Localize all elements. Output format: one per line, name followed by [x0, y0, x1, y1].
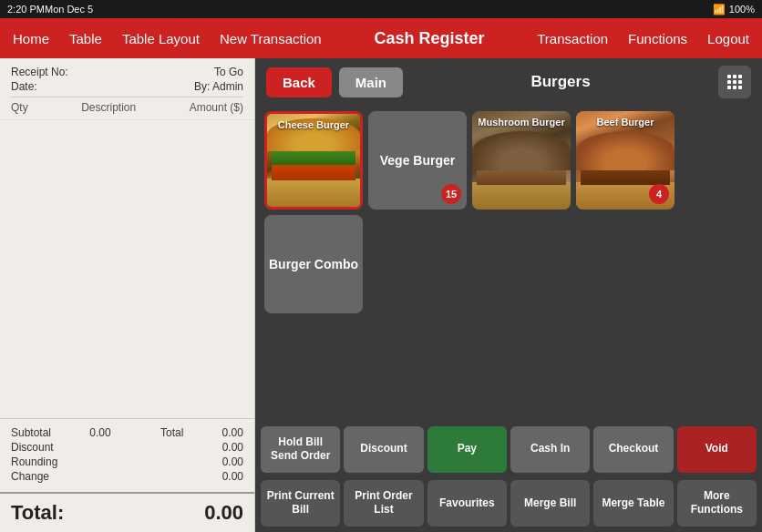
discount-value: 0.00 [222, 441, 243, 454]
qty-col-header: Qty [11, 101, 28, 114]
status-time: 2:20 PM [7, 4, 45, 15]
right-panel: Back Main Burgers [255, 58, 762, 532]
receipt-no-label: Receipt No: [11, 66, 68, 78]
desc-col-header: Description [81, 101, 136, 114]
beef-burger-badge: 4 [649, 184, 669, 204]
svg-rect-1 [733, 75, 736, 78]
amount-col-header: Amount ($) [190, 101, 243, 114]
total-value-side: 0.00 [222, 426, 243, 439]
receipt-panel: Receipt No: To Go Date: By: Admin Qty De… [0, 58, 255, 532]
receipt-header: Receipt No: To Go Date: By: Admin Qty De… [0, 58, 254, 120]
burger-combo-name: Burger Combo [269, 257, 358, 271]
category-title: Burgers [410, 73, 711, 91]
nav-new-transaction[interactable]: New Transaction [218, 27, 324, 50]
svg-rect-8 [738, 86, 742, 89]
nav-right: Transaction Functions Logout [535, 27, 751, 50]
vege-burger-badge: 15 [441, 184, 461, 204]
svg-rect-4 [733, 80, 736, 84]
print-current-bill-button[interactable]: Print Current Bill [261, 480, 340, 527]
nav-bar: Home Table Table Layout New Transaction … [0, 18, 762, 58]
scan-icon-button[interactable] [718, 66, 751, 98]
rounding-value: 0.00 [222, 455, 243, 468]
product-mushroom-burger[interactable]: Mushroom Burger [472, 111, 571, 210]
action-buttons-row: Hold Bill Send Order Discount Pay Cash I… [255, 423, 762, 476]
rounding-label: Rounding [11, 455, 57, 468]
nav-left: Home Table Table Layout New Transaction [11, 27, 324, 50]
nav-table[interactable]: Table [67, 27, 104, 50]
total-label: Total: [11, 501, 64, 525]
to-go-label: To Go [214, 66, 243, 78]
more-functions-button[interactable]: More Functions [677, 480, 757, 527]
product-burger-combo[interactable]: Burger Combo [264, 215, 363, 313]
product-cheese-burger[interactable]: Cheese Burger [264, 111, 363, 210]
discount-button[interactable]: Discount [344, 426, 423, 473]
nav-logout[interactable]: Logout [705, 27, 751, 50]
products-grid: Cheese Burger Vege Burger 15 Mushroom Bu… [255, 106, 762, 423]
subtotal-label: Subtotal [11, 426, 51, 439]
svg-rect-2 [738, 75, 742, 78]
status-date: Mon Dec 5 [45, 4, 93, 15]
vege-burger-name: Vege Burger [380, 153, 455, 168]
void-button[interactable]: Void [677, 426, 757, 473]
cash-in-button[interactable]: Cash In [510, 426, 590, 473]
subtotal-value: 0.00 [89, 426, 110, 439]
total-label-side: Total [160, 426, 183, 439]
checkout-button[interactable]: Checkout [593, 426, 673, 473]
merge-table-button[interactable]: Merge Table [593, 480, 673, 527]
nav-transaction[interactable]: Transaction [535, 27, 610, 50]
svg-rect-5 [738, 80, 742, 84]
main-button[interactable]: Main [339, 67, 403, 97]
pay-button[interactable]: Pay [427, 426, 507, 473]
total-amount: 0.00 [204, 501, 243, 525]
svg-rect-7 [733, 86, 736, 89]
nav-home[interactable]: Home [11, 27, 51, 50]
receipt-total: Total: 0.00 [0, 492, 254, 532]
receipt-body [0, 120, 254, 418]
print-order-list-button[interactable]: Print Order List [344, 480, 423, 527]
change-value: 0.00 [222, 470, 243, 483]
scan-icon [726, 73, 744, 91]
wifi-icon: 📶 [713, 4, 726, 15]
battery-status: 100% [729, 4, 755, 15]
main-layout: Receipt No: To Go Date: By: Admin Qty De… [0, 58, 762, 532]
cheese-burger-name: Cheese Burger [267, 119, 360, 130]
merge-bill-button[interactable]: Merge Bill [510, 480, 590, 527]
product-beef-burger[interactable]: Beef Burger 4 [576, 111, 674, 210]
change-label: Change [11, 470, 49, 483]
category-header: Back Main Burgers [255, 58, 762, 106]
svg-rect-6 [727, 86, 731, 89]
mushroom-burger-name: Mushroom Burger [472, 117, 571, 128]
back-button[interactable]: Back [266, 67, 332, 97]
favourites-button[interactable]: Favourites [427, 480, 507, 527]
product-vege-burger[interactable]: Vege Burger 15 [368, 111, 467, 210]
by-admin-label: By: Admin [194, 80, 243, 93]
receipt-footer: Subtotal 0.00 Total 0.00 Discount 0.00 R… [0, 418, 254, 492]
svg-rect-0 [727, 75, 731, 78]
discount-label: Discount [11, 441, 54, 454]
svg-rect-3 [727, 80, 731, 84]
nav-table-layout[interactable]: Table Layout [120, 27, 201, 50]
nav-title: Cash Register [324, 29, 536, 48]
hold-bill-send-order-button[interactable]: Hold Bill Send Order [261, 426, 340, 473]
beef-burger-name: Beef Burger [576, 117, 674, 128]
bottom-buttons-row: Print Current Bill Print Order List Favo… [255, 476, 762, 532]
status-bar: 2:20 PM Mon Dec 5 📶 100% [0, 0, 762, 18]
date-label: Date: [11, 80, 37, 93]
nav-functions[interactable]: Functions [626, 27, 689, 50]
